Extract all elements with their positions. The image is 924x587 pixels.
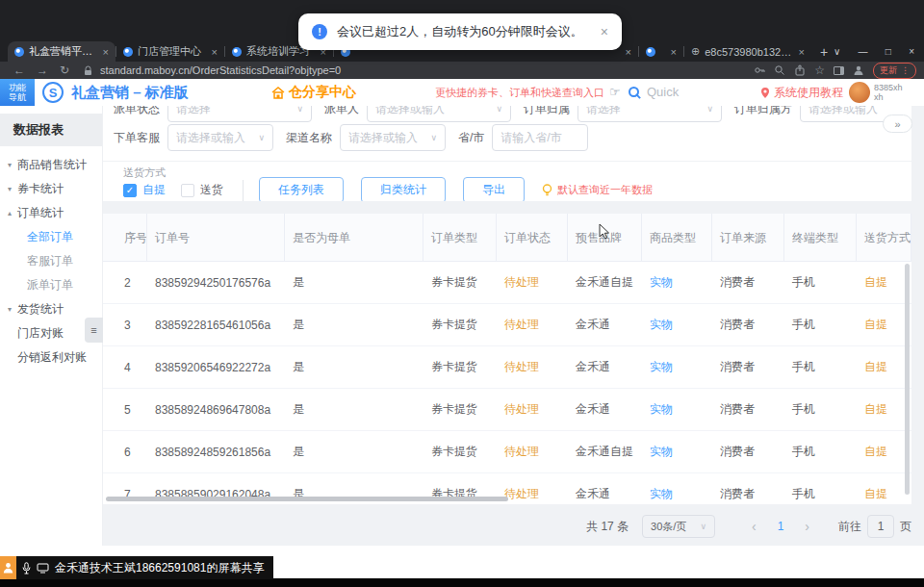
- tab-close-icon[interactable]: ×: [212, 46, 218, 58]
- divider: [243, 180, 244, 201]
- share-icon[interactable]: [794, 64, 806, 76]
- quick-search-icon[interactable]: [629, 87, 639, 97]
- column-header: 订单来源: [712, 214, 784, 262]
- sidebar: 数据报表 ▾商品销售统计▾券卡统计▴订单统计全部订单客服订单派单订单▾发货统计门…: [0, 106, 103, 546]
- order-cs-select[interactable]: 请选择或输入∨: [167, 124, 273, 151]
- current-page[interactable]: 1: [768, 520, 794, 533]
- cell: 券卡提货: [424, 274, 497, 291]
- dispatcher-select[interactable]: 请选择或输入∨: [367, 106, 511, 122]
- dispatch-status-select[interactable]: 请选择∨: [167, 106, 312, 122]
- goto-page-input[interactable]: 1: [867, 515, 894, 538]
- channel-name-select[interactable]: 请选择或输入∨: [340, 124, 446, 151]
- reload-icon[interactable]: ↻: [60, 64, 69, 77]
- placeholder-text: 请选择: [586, 106, 621, 117]
- table-row-5: 583858924869647808a是券卡提货待处理金禾通实物消费者手机自提: [103, 389, 911, 431]
- tab-close-icon[interactable]: ×: [103, 46, 109, 58]
- delivery-checkbox-1[interactable]: ✓自提: [123, 182, 166, 198]
- delivery-options: ✓自提送货: [123, 182, 239, 198]
- browser-tab-1[interactable]: 礼盒营销平台管理中心×: [8, 41, 116, 62]
- sidebar-item-9[interactable]: 分销返利对账: [0, 345, 102, 370]
- warehouse-share-link[interactable]: 仓分享中心: [271, 79, 356, 106]
- sidebar-item-label: 订单统计: [17, 205, 64, 221]
- sidebar-item-1[interactable]: ▾商品销售统计: [0, 153, 102, 177]
- user-avatar[interactable]: [849, 82, 870, 103]
- tab-close-icon[interactable]: ×: [799, 46, 805, 58]
- minimize-icon[interactable]: —: [859, 46, 868, 57]
- filter-group-dispatch-status: 派单状态请选择∨: [114, 106, 312, 122]
- placeholder-text: 请输入省/市: [500, 130, 561, 146]
- column-header: 序号: [116, 214, 147, 262]
- app-header: 功能导航 S 礼盒营销 – 标准版 仓分享中心 更快捷的券卡、订单和快递查询入口…: [0, 79, 924, 106]
- sidebar-item-5[interactable]: 客服订单: [0, 249, 102, 273]
- product-type-link[interactable]: 实物: [642, 444, 712, 460]
- sidebar-item-4[interactable]: 全部订单: [0, 225, 102, 249]
- forward-icon[interactable]: →: [37, 64, 48, 77]
- export-button[interactable]: 导出: [463, 177, 525, 201]
- zoom-icon[interactable]: [774, 64, 785, 76]
- tab-title: 礼盒营销平台管理中心: [29, 44, 98, 59]
- screen-share-text: 金禾通技术王斌18662591081的屏幕共享: [55, 560, 264, 576]
- filter-label: 派单人: [324, 106, 359, 117]
- province-city-input[interactable]: 请输入省/市: [492, 124, 588, 151]
- classify-stats-button[interactable]: 归类统计: [361, 177, 446, 201]
- side-panel-icon[interactable]: [834, 66, 844, 75]
- back-icon[interactable]: ←: [13, 64, 25, 77]
- cell: 手机: [784, 317, 857, 333]
- sidebar-item-6[interactable]: 派单订单: [0, 273, 102, 297]
- orders-table: 序号订单号是否为母单订单类型订单状态预售品牌商品类型订单来源终端类型送货方式 2…: [103, 214, 911, 504]
- product-type-link[interactable]: 实物: [642, 486, 712, 502]
- sidebar-title: 数据报表: [0, 114, 102, 146]
- browser-tab-6[interactable]: ⊕e8c573980b1328a258fd2e6×: [684, 41, 811, 62]
- delivery-checkbox-2[interactable]: 送货: [181, 182, 223, 198]
- goto-unit: 页: [900, 519, 911, 535]
- cell: 2: [116, 276, 147, 290]
- sidebar-item-3[interactable]: ▴订单统计: [0, 201, 102, 225]
- sidebar-collapse-handle[interactable]: ≡: [85, 318, 103, 343]
- cell: 83859294250176576a: [147, 276, 285, 290]
- maximize-icon[interactable]: □: [886, 46, 891, 57]
- cell: 手机: [784, 486, 857, 502]
- product-type-link[interactable]: 实物: [642, 401, 712, 418]
- window-close-icon[interactable]: ×: [909, 46, 914, 57]
- filter-label: 下单客服: [114, 130, 160, 146]
- cell: 消费者: [712, 401, 784, 418]
- tab-close-icon[interactable]: ×: [671, 46, 677, 58]
- column-header: 商品类型: [642, 214, 712, 262]
- table-header: 序号订单号是否为母单订单类型订单状态预售品牌商品类型订单来源终端类型送货方式: [103, 214, 911, 262]
- chevron-down-icon: ∨: [424, 133, 437, 142]
- order-belong-select[interactable]: 请选择∨: [578, 106, 722, 122]
- task-list-button[interactable]: 任务列表: [259, 177, 344, 201]
- prev-page-button[interactable]: ‹: [740, 519, 768, 534]
- quick-entry-link[interactable]: 更快捷的券卡、订单和快递查询入口: [435, 79, 604, 106]
- product-type-link[interactable]: 实物: [642, 359, 712, 375]
- page-size-select[interactable]: 30条/页 ∨: [642, 515, 715, 538]
- expand-filters-button[interactable]: »: [883, 115, 912, 133]
- browser-tab-2[interactable]: 门店管理中心×: [116, 41, 224, 62]
- cell: 金禾通自提: [568, 274, 642, 291]
- tabs-chevron-icon[interactable]: ∨: [834, 46, 840, 57]
- quick-label[interactable]: Quick: [647, 79, 679, 106]
- filter-group-order-cs: 下单客服请选择或输入∨: [114, 124, 273, 151]
- sidebar-item-2[interactable]: ▾券卡统计: [0, 177, 102, 201]
- next-page-button[interactable]: ›: [793, 519, 821, 534]
- product-type-link[interactable]: 实物: [642, 317, 712, 333]
- function-nav-button[interactable]: 功能导航: [0, 79, 35, 106]
- key-icon[interactable]: [754, 64, 765, 76]
- url-field[interactable]: standard.maboy.cn/OrderStatisticsDetail?…: [100, 64, 745, 76]
- chrome-update-button[interactable]: 更新 ⋮: [873, 63, 916, 79]
- profile-icon[interactable]: [853, 64, 864, 76]
- screen-share-bar[interactable]: 金禾通技术王斌18662591081的屏幕共享: [0, 556, 273, 579]
- horizontal-scrollbar[interactable]: [106, 497, 508, 501]
- bookmark-star-icon[interactable]: ☆: [814, 64, 825, 77]
- tab-close-icon[interactable]: ×: [626, 46, 631, 58]
- warehouse-icon: [271, 87, 285, 99]
- system-tutorial-link[interactable]: 系统使用教程: [774, 79, 843, 106]
- goto-page: 前往 1 页: [838, 515, 911, 538]
- cell: 消费者: [712, 274, 784, 291]
- vertical-scrollbar[interactable]: [905, 264, 910, 495]
- product-type-link[interactable]: 实物: [642, 274, 712, 291]
- toast-close-icon[interactable]: ×: [601, 24, 608, 39]
- caret-down-icon: ▾: [8, 305, 17, 314]
- browser-tab-5[interactable]: ×: [639, 41, 683, 62]
- cell: 83858924869647808a: [147, 403, 285, 417]
